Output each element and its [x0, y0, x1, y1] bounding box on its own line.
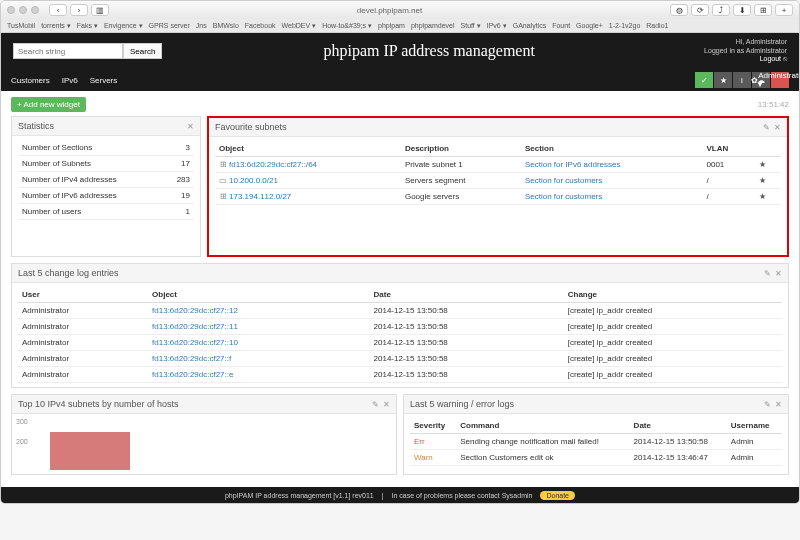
logout-icon: ⎋ — [783, 55, 787, 62]
table-row: Administratorfd13:6d20:29dc:cf27::102014… — [18, 335, 782, 351]
add-button[interactable]: + — [775, 4, 793, 16]
admin-menu[interactable]: ✿ Administration ▾ — [771, 72, 789, 88]
bookmark-item[interactable]: WebDEV ▾ — [282, 22, 317, 30]
object-link[interactable]: fd13:6d20:29dc:cf27::11 — [148, 319, 369, 335]
table-row: Administratorfd13:6d20:29dc:cf27::122014… — [18, 303, 782, 319]
panel-title-stats: Statistics — [18, 121, 54, 131]
star-icon[interactable]: ★ — [755, 189, 781, 205]
share-button[interactable]: ⤴ — [712, 4, 730, 16]
table-row: Administratorfd13:6d20:29dc:cf27::112014… — [18, 319, 782, 335]
bookmark-item[interactable]: Google+ — [576, 22, 603, 29]
tabs-button[interactable]: ⊞ — [754, 4, 772, 16]
table-row: ▭10.200.0.0/21Servers segmentSection for… — [215, 173, 781, 189]
nav-ipv6[interactable]: IPv6 — [62, 76, 78, 85]
bookmark-item[interactable]: phpipam — [378, 22, 405, 29]
star-icon[interactable]: ★ — [714, 72, 732, 88]
severity-badge: Warn — [410, 450, 456, 466]
reader-button[interactable]: ◍ — [670, 4, 688, 16]
close-icon[interactable]: ✕ — [775, 269, 782, 278]
object-link[interactable]: fd13:6d20:29dc:cf27::10 — [148, 335, 369, 351]
bookmark-item[interactable]: torrents ▾ — [41, 22, 71, 30]
section-link[interactable]: Section for IPv6 addresses — [521, 157, 703, 173]
bookmark-item[interactable]: 1-2-1v2go — [609, 22, 641, 29]
subnet-link[interactable]: 10.200.0.0/21 — [229, 176, 278, 185]
object-link[interactable]: fd13:6d20:29dc:cf27::e — [148, 367, 369, 383]
edit-icon[interactable]: ✎ — [764, 269, 771, 278]
table-row: Number of Subnets17 — [18, 156, 194, 172]
panel-title-top10: Top 10 IPv4 subnets by number of hosts — [18, 399, 179, 409]
table-row: Administratorfd13:6d20:29dc:cf27::e2014-… — [18, 367, 782, 383]
star-icon[interactable]: ★ — [755, 157, 781, 173]
close-icon[interactable]: ✕ — [775, 400, 782, 409]
footer-version: phpIPAM IP address management [v1.1] rev… — [225, 492, 374, 499]
table-row: ⊞173.194.112.0/27Google serversSection f… — [215, 189, 781, 205]
bookmark-item[interactable]: GPRS server — [149, 22, 190, 29]
close-icon[interactable]: ✕ — [187, 122, 194, 131]
section-link[interactable]: Section for customers — [521, 173, 703, 189]
bookmark-item[interactable]: Stuff ▾ — [461, 22, 481, 30]
table-row: WarnSection Customers edit ok2014-12-15 … — [410, 450, 782, 466]
errlog-table: SeverityCommandDateUsername ErrSending c… — [410, 418, 782, 466]
check-icon[interactable]: ✓ — [695, 72, 713, 88]
close-dot[interactable] — [7, 6, 15, 14]
bookmark-item[interactable]: Facebook — [245, 22, 276, 29]
object-link[interactable]: fd13:6d20:29dc:cf27::f — [148, 351, 369, 367]
add-widget-button[interactable]: + Add new widget — [11, 97, 86, 112]
bookmark-item[interactable]: Envigence ▾ — [104, 22, 143, 30]
nav-customers[interactable]: Customers — [11, 76, 50, 85]
table-row: Number of Sections3 — [18, 140, 194, 156]
url-bar[interactable]: devel.phpipam.net — [121, 6, 658, 15]
chart-bar — [50, 432, 130, 470]
reload-button[interactable]: ⟳ — [691, 4, 709, 16]
object-link[interactable]: fd13:6d20:29dc:cf27::12 — [148, 303, 369, 319]
bookmark-item[interactable]: TusMobil — [7, 22, 35, 29]
subnet-icon: ⊞ — [219, 160, 227, 169]
search-button[interactable]: Search — [123, 43, 162, 59]
logout-link[interactable]: Logout — [760, 55, 781, 62]
table-row: Administratorfd13:6d20:29dc:cf27::f2014-… — [18, 351, 782, 367]
bookmark-item[interactable]: Jns — [196, 22, 207, 29]
bookmark-item[interactable]: How-to&#39;s ▾ — [322, 22, 372, 30]
zoom-dot[interactable] — [31, 6, 39, 14]
table-row: ErrSending change notification mail fail… — [410, 434, 782, 450]
bookmark-item[interactable]: Faks ▾ — [77, 22, 98, 30]
bookmarks-bar: TusMobil torrents ▾ Faks ▾ Envigence ▾ G… — [1, 19, 799, 33]
panel-title-favourites: Favourite subnets — [215, 122, 287, 132]
y-tick: 200 — [16, 438, 28, 445]
close-icon[interactable]: ✕ — [383, 400, 390, 409]
search-input[interactable] — [13, 43, 123, 59]
bookmark-item[interactable]: Radio1 — [646, 22, 668, 29]
back-button[interactable]: ‹ — [49, 4, 67, 16]
severity-badge: Err — [410, 434, 456, 450]
edit-icon[interactable]: ✎ — [763, 123, 770, 132]
edit-icon[interactable]: ✎ — [764, 400, 771, 409]
downloads-button[interactable]: ⬇ — [733, 4, 751, 16]
minimize-dot[interactable] — [19, 6, 27, 14]
info-icon[interactable]: i — [733, 72, 751, 88]
window-titlebar: ‹ › ▥ devel.phpipam.net ◍ ⟳ ⤴ ⬇ ⊞ + — [1, 1, 799, 19]
folder-icon: ▭ — [219, 176, 227, 185]
nav-servers[interactable]: Servers — [90, 76, 118, 85]
subnet-link[interactable]: fd13:6d20:29dc:cf27::/64 — [229, 160, 317, 169]
section-link[interactable]: Section for customers — [521, 189, 703, 205]
favourites-table: ObjectDescriptionSectionVLAN ⊞fd13:6d20:… — [215, 141, 781, 205]
bookmark-item[interactable]: phpipamdevel — [411, 22, 455, 29]
subnet-link[interactable]: 173.194.112.0/27 — [229, 192, 291, 201]
close-icon[interactable]: ✕ — [774, 123, 781, 132]
star-icon[interactable]: ★ — [755, 173, 781, 189]
donate-button[interactable]: Donate — [540, 491, 575, 500]
bookmark-item[interactable]: GAnalytics — [513, 22, 546, 29]
forward-button[interactable]: › — [70, 4, 88, 16]
edit-icon[interactable]: ✎ — [372, 400, 379, 409]
bookmark-item[interactable]: IPv6 ▾ — [487, 22, 507, 30]
page-title: phpipam IP address management — [162, 42, 696, 60]
bookmark-item[interactable]: BMWslo — [213, 22, 239, 29]
user-role: Logged in as Administrator — [704, 47, 787, 55]
table-row: Number of users1 — [18, 204, 194, 220]
sidebar-button[interactable]: ▥ — [91, 4, 109, 16]
subnet-icon: ⊞ — [219, 192, 227, 201]
footer-contact: In case of problems please contact Sysad… — [392, 492, 533, 499]
stats-table: Number of Sections3 Number of Subnets17 … — [18, 140, 194, 220]
y-tick: 300 — [16, 418, 28, 425]
bookmark-item[interactable]: Fount — [552, 22, 570, 29]
